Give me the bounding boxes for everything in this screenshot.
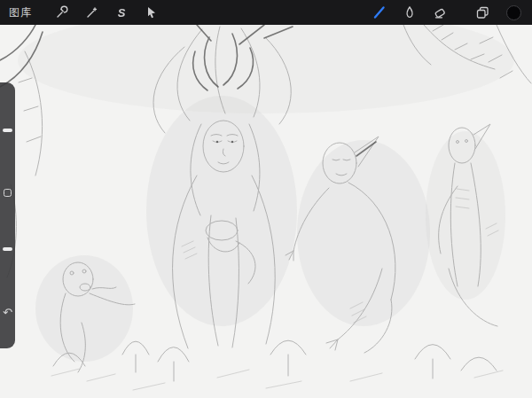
canvas-surface[interactable]	[0, 25, 532, 398]
sidebar-tool-column: ↶	[0, 82, 15, 348]
selection-button[interactable]: S	[106, 0, 137, 25]
paint-brush-icon	[372, 4, 387, 20]
brush-size-handle[interactable]	[3, 129, 12, 132]
selection-s-icon: S	[118, 6, 126, 20]
top-toolbar: 图库 S	[0, 0, 532, 25]
modify-button[interactable]	[4, 189, 12, 197]
opacity-handle[interactable]	[3, 247, 12, 251]
transform-button[interactable]	[137, 0, 167, 25]
procreate-window: { "app": { "title": "Procreate canvas vi…	[0, 0, 532, 398]
eraser-tool-button[interactable]	[425, 0, 455, 25]
smudge-icon	[403, 5, 417, 20]
artwork-sketch	[0, 25, 532, 398]
smudge-tool-button[interactable]	[395, 0, 425, 25]
layers-button[interactable]	[467, 0, 497, 25]
right-tool-group	[364, 0, 523, 25]
magic-wand-icon	[84, 5, 98, 20]
cursor-arrow-icon	[145, 5, 159, 20]
layers-icon	[475, 5, 489, 20]
wrench-icon	[54, 5, 68, 20]
left-tool-group: S	[46, 0, 167, 25]
gallery-button[interactable]: 图库	[9, 0, 32, 25]
adjustments-button[interactable]	[76, 0, 106, 25]
undo-button[interactable]: ↶	[0, 306, 15, 322]
opacity-slider[interactable]	[0, 207, 15, 304]
brush-size-slider[interactable]	[0, 82, 15, 180]
paint-tool-button[interactable]	[364, 0, 395, 25]
color-swatch[interactable]	[506, 5, 521, 20]
actions-button[interactable]	[46, 0, 76, 25]
eraser-icon	[433, 5, 447, 20]
undo-arrow-icon: ↶	[3, 306, 12, 319]
